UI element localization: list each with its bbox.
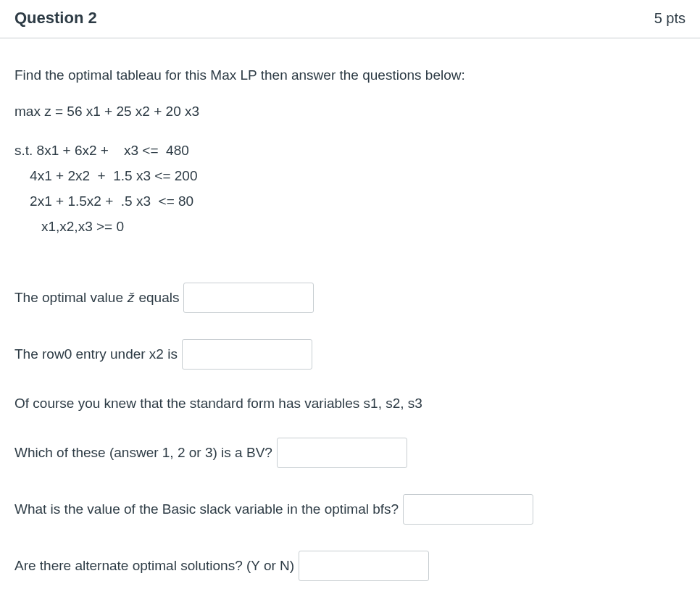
constraint-3: 2x1 + 1.5x2 + .5 x3 <= 80 xyxy=(14,188,686,214)
q2-label: The row0 entry under x2 is xyxy=(14,346,178,362)
question-header: Question 2 5 pts xyxy=(0,0,700,38)
basic-slack-input[interactable] xyxy=(403,494,533,525)
constraint-2: 4x1 + 2x2 + 1.5 x3 <= 200 xyxy=(14,163,686,188)
prompt-text: Find the optimal tableau for this Max LP… xyxy=(14,67,686,83)
zhat-symbol: ž xyxy=(128,290,135,306)
question-points: 5 pts xyxy=(654,10,686,27)
constraint-nonneg: x1,x2,x3 >= 0 xyxy=(14,214,686,239)
constraints-block: s.t. 8x1 + 6x2 + x3 <= 480 4x1 + 2x2 + 1… xyxy=(14,138,686,240)
optimal-value-input[interactable] xyxy=(183,283,314,313)
q5-label: Are there alternate optimal solutions? (… xyxy=(14,558,294,574)
q3-label: Which of these (answer 1, 2 or 3) is a B… xyxy=(14,445,272,461)
question-optimal-value: The optimal value ž equals xyxy=(14,283,686,313)
alternate-optimal-input[interactable] xyxy=(299,551,429,581)
q1-label-post: equals xyxy=(138,290,179,306)
q4-label: What is the value of the Basic slack var… xyxy=(14,501,399,517)
constraint-1: s.t. 8x1 + 6x2 + x3 <= 480 xyxy=(14,138,686,163)
bv-input[interactable] xyxy=(277,438,407,468)
question-row0-x2: The row0 entry under x2 is xyxy=(14,339,686,370)
question-content: Find the optimal tableau for this Max LP… xyxy=(0,38,700,605)
row0-x2-input[interactable] xyxy=(182,339,312,370)
objective-function: max z = 56 x1 + 25 x2 + 20 x3 xyxy=(14,102,686,122)
question-title: Question 2 xyxy=(14,9,97,28)
question-basic-slack-value: What is the value of the Basic slack var… xyxy=(14,494,686,525)
question-bv: Which of these (answer 1, 2 or 3) is a B… xyxy=(14,438,686,468)
standard-form-note: Of course you knew that the standard for… xyxy=(14,396,686,412)
question-alternate-optimal: Are there alternate optimal solutions? (… xyxy=(14,551,686,581)
q1-label-pre: The optimal value xyxy=(14,290,123,306)
